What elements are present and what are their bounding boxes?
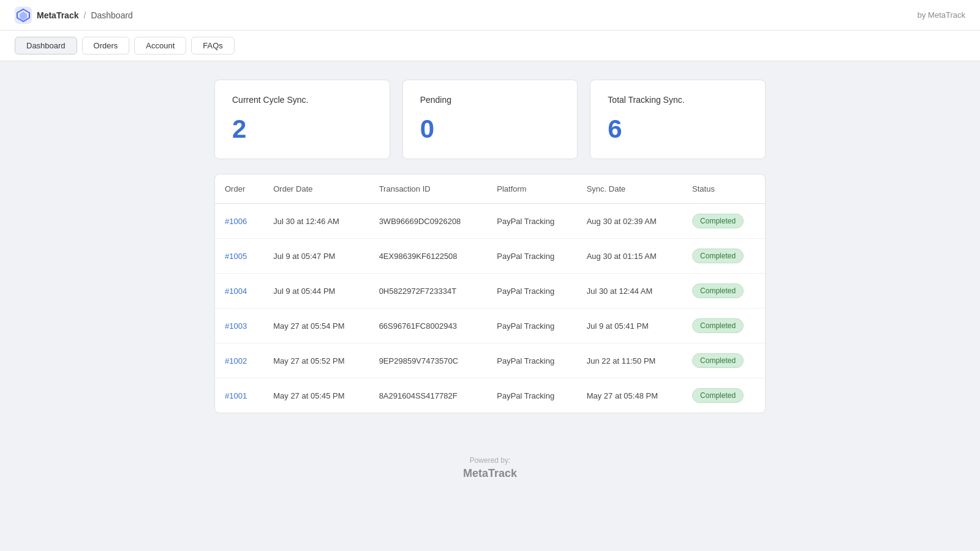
order-link-5[interactable]: #1001 xyxy=(225,391,247,400)
col-sync-date: Sync. Date xyxy=(577,174,682,204)
orders-table-container: Order Order Date Transaction ID Platform… xyxy=(214,174,766,413)
cell-status-4: Completed xyxy=(682,343,765,378)
status-badge-3: Completed xyxy=(692,318,744,333)
cell-sync-date-2: Jul 30 at 12:44 AM xyxy=(577,274,682,309)
header: MetaTrack / Dashboard by MetaTrack xyxy=(0,0,980,31)
cell-platform-1: PayPal Tracking xyxy=(487,239,576,274)
stat-current-cycle: Current Cycle Sync. 2 xyxy=(214,80,390,159)
logo-icon xyxy=(15,7,32,24)
header-left: MetaTrack / Dashboard xyxy=(15,7,133,24)
cell-platform-2: PayPal Tracking xyxy=(487,274,576,309)
stat-pending: Pending 0 xyxy=(402,80,578,159)
col-order: Order xyxy=(215,174,263,204)
nav-orders[interactable]: Orders xyxy=(82,37,130,54)
cell-sync-date-3: Jul 9 at 05:41 PM xyxy=(577,309,682,343)
cell-sync-date-4: Jun 22 at 11:50 PM xyxy=(577,343,682,378)
nav-faqs[interactable]: FAQs xyxy=(191,37,235,54)
stat-total-tracking: Total Tracking Sync. 6 xyxy=(590,80,766,159)
stat-pending-label: Pending xyxy=(420,95,560,105)
cell-status-1: Completed xyxy=(682,239,765,274)
cell-sync-date-0: Aug 30 at 02:39 AM xyxy=(577,204,682,239)
cell-order-date-3: May 27 at 05:54 PM xyxy=(263,309,369,343)
cell-status-3: Completed xyxy=(682,309,765,343)
cell-platform-3: PayPal Tracking xyxy=(487,309,576,343)
status-badge-1: Completed xyxy=(692,249,744,263)
status-badge-0: Completed xyxy=(692,214,744,228)
cell-order-0: #1006 xyxy=(215,204,263,239)
order-link-0[interactable]: #1006 xyxy=(225,217,247,226)
order-link-3[interactable]: #1003 xyxy=(225,321,247,331)
footer-powered-by: Powered by: xyxy=(0,456,980,465)
cell-platform-0: PayPal Tracking xyxy=(487,204,576,239)
table-row: #1004Jul 9 at 05:44 PM0H5822972F723334TP… xyxy=(215,274,765,309)
breadcrumb-separator: / xyxy=(83,10,86,20)
cell-order-2: #1004 xyxy=(215,274,263,309)
status-badge-4: Completed xyxy=(692,353,744,368)
cell-platform-4: PayPal Tracking xyxy=(487,343,576,378)
stat-total-tracking-value: 6 xyxy=(608,114,748,144)
cell-order-4: #1002 xyxy=(215,343,263,378)
cell-transaction-id-0: 3WB96669DC0926208 xyxy=(369,204,488,239)
nav-dashboard[interactable]: Dashboard xyxy=(15,37,77,54)
stat-current-cycle-value: 2 xyxy=(232,114,372,144)
navigation: Dashboard Orders Account FAQs xyxy=(0,31,980,61)
col-status: Status xyxy=(682,174,765,204)
stat-total-tracking-label: Total Tracking Sync. xyxy=(608,95,748,105)
footer-brand: MetaTrack xyxy=(0,467,980,480)
cell-transaction-id-5: 8A291604SS417782F xyxy=(369,378,488,413)
cell-order-date-4: May 27 at 05:52 PM xyxy=(263,343,369,378)
cell-platform-5: PayPal Tracking xyxy=(487,378,576,413)
table-row: #1006Jul 30 at 12:46 AM3WB96669DC0926208… xyxy=(215,204,765,239)
cell-transaction-id-2: 0H5822972F723334T xyxy=(369,274,488,309)
cell-order-3: #1003 xyxy=(215,309,263,343)
status-badge-2: Completed xyxy=(692,283,744,298)
stats-row: Current Cycle Sync. 2 Pending 0 Total Tr… xyxy=(214,80,766,159)
col-order-date: Order Date xyxy=(263,174,369,204)
order-link-4[interactable]: #1002 xyxy=(225,356,247,365)
cell-status-5: Completed xyxy=(682,378,765,413)
cell-order-5: #1001 xyxy=(215,378,263,413)
table-row: #1001May 27 at 05:45 PM8A291604SS417782F… xyxy=(215,378,765,413)
cell-status-2: Completed xyxy=(682,274,765,309)
main-content: Current Cycle Sync. 2 Pending 0 Total Tr… xyxy=(0,61,980,432)
cell-transaction-id-3: 66S96761FC8002943 xyxy=(369,309,488,343)
cell-order-date-2: Jul 9 at 05:44 PM xyxy=(263,274,369,309)
table-header-row: Order Order Date Transaction ID Platform… xyxy=(215,174,765,204)
cell-order-1: #1005 xyxy=(215,239,263,274)
stat-current-cycle-label: Current Cycle Sync. xyxy=(232,95,372,105)
cell-sync-date-1: Aug 30 at 01:15 AM xyxy=(577,239,682,274)
col-platform: Platform xyxy=(487,174,576,204)
cell-transaction-id-1: 4EX98639KF6122508 xyxy=(369,239,488,274)
cell-transaction-id-4: 9EP29859V7473570C xyxy=(369,343,488,378)
breadcrumb-current: Dashboard xyxy=(91,10,133,20)
nav-account[interactable]: Account xyxy=(134,37,186,54)
footer: Powered by: MetaTrack xyxy=(0,432,980,492)
stat-pending-value: 0 xyxy=(420,114,560,144)
cell-order-date-1: Jul 9 at 05:47 PM xyxy=(263,239,369,274)
cell-order-date-5: May 27 at 05:45 PM xyxy=(263,378,369,413)
cell-order-date-0: Jul 30 at 12:46 AM xyxy=(263,204,369,239)
order-link-1[interactable]: #1005 xyxy=(225,252,247,261)
cell-status-0: Completed xyxy=(682,204,765,239)
table-row: #1003May 27 at 05:54 PM66S96761FC8002943… xyxy=(215,309,765,343)
header-by: by MetaTrack xyxy=(918,10,965,20)
table-row: #1005Jul 9 at 05:47 PM4EX98639KF6122508P… xyxy=(215,239,765,274)
cell-sync-date-5: May 27 at 05:48 PM xyxy=(577,378,682,413)
order-link-2[interactable]: #1004 xyxy=(225,287,247,296)
orders-table: Order Order Date Transaction ID Platform… xyxy=(215,174,765,413)
col-transaction-id: Transaction ID xyxy=(369,174,488,204)
status-badge-5: Completed xyxy=(692,388,744,403)
table-row: #1002May 27 at 05:52 PM9EP29859V7473570C… xyxy=(215,343,765,378)
brand-name: MetaTrack xyxy=(37,10,78,20)
